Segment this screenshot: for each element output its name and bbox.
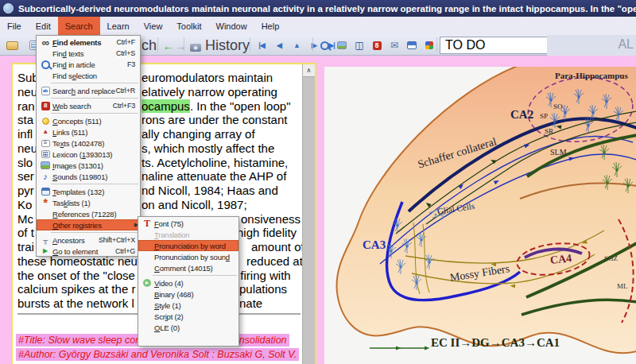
menubar-learn[interactable]: Learn	[100, 17, 137, 35]
menu-item-texts[interactable]: ≡Texts (1402478)	[37, 137, 140, 149]
label-sr: SR	[545, 127, 553, 135]
menubar-view[interactable]: View	[137, 17, 170, 35]
label-ca4: CA4	[549, 252, 572, 267]
article-line: calcium spikes at the rpulations	[17, 282, 135, 296]
mail-button[interactable]: ✉	[386, 37, 403, 54]
menu-item-lexicon[interactable]: ⊞Lexicon (1393013)	[37, 149, 140, 160]
menu-item-other-registries[interactable]: Other registries▶	[37, 219, 140, 230]
menubar-search[interactable]: Search	[58, 17, 100, 35]
dictionary-button[interactable]: ◫	[351, 37, 368, 54]
label-para-hippocampus: Para-Hippocampus	[555, 71, 628, 80]
submenu-item-font[interactable]: TFont (75)	[138, 218, 238, 229]
submenu-item-binary[interactable]: Binary (468)	[138, 288, 238, 300]
label-ca3: CA3	[363, 238, 386, 252]
open-folder-icon	[6, 41, 18, 50]
article-line: inflally changing array of	[17, 127, 33, 141]
menu-item-links[interactable]: ▲Links (511)	[37, 126, 140, 137]
brain-outline	[337, 67, 636, 353]
article-line: Koon and Nicoll, 1987;	[17, 198, 32, 212]
history-button[interactable]: ◉ History	[185, 35, 254, 56]
font-icon: T	[143, 219, 152, 228]
app-icon	[3, 3, 14, 14]
go-to-element-icon: ▶	[41, 247, 50, 256]
article-line: Mconsiveness	[17, 212, 33, 227]
image-export-button[interactable]	[333, 37, 351, 54]
menu-item-concepts[interactable]: Concepts (511)	[37, 115, 140, 126]
lexicon-icon: ⊞	[41, 150, 50, 158]
menu-item-references[interactable]: References (71228)	[37, 208, 140, 219]
search-button-fragment[interactable]: ch	[142, 37, 157, 54]
menu-item-templates[interactable]: Templates (132)	[37, 186, 140, 197]
menu-item-tasklists[interactable]: *Tasklists (1)	[37, 197, 140, 208]
menu-item-go-to-element[interactable]: ▶Go to elementCtrl+G	[37, 246, 140, 257]
article-line: starons are under the constant	[17, 113, 33, 127]
ancestors-icon: ╥	[41, 236, 50, 245]
history-icon-slot: ◉	[190, 38, 201, 52]
hippocampus-diagram	[324, 67, 636, 364]
label-slm: SLM	[550, 148, 567, 157]
search-icon	[320, 41, 329, 50]
label-sp: SP	[540, 112, 548, 120]
toolbar-right-label: AL	[618, 37, 634, 52]
search-menu: ∞Find elementsCtrl+FFind textsCtrl+SFind…	[36, 35, 141, 257]
submenu-item-pronunciation-by-sound[interactable]: Pronunciation by sound	[138, 251, 238, 262]
search-button[interactable]	[316, 37, 333, 54]
image-pane[interactable]: Para-HippocampusCA2SPSOSRSLMSchaffer col…	[324, 67, 636, 364]
article-line: bursts at the network lnate	[17, 296, 134, 311]
nav-button-2[interactable]: ▲	[288, 37, 305, 54]
window-button[interactable]	[403, 37, 421, 54]
menu-item-find-in-article[interactable]: Find in articleF3	[37, 59, 140, 70]
todo-input[interactable]	[440, 37, 549, 54]
web-search-icon: 8	[373, 41, 382, 50]
submenu-item-ole[interactable]: OLE (0)	[138, 322, 238, 333]
nav-button-1[interactable]: ◀	[270, 37, 288, 54]
menu-item-search-and-replace[interactable]: abSearch and replaceCtrl+R	[37, 85, 140, 96]
menu-item-find-selection[interactable]: Find selection	[37, 70, 140, 81]
menu-item-find-elements[interactable]: ∞Find elementsCtrl+F	[37, 37, 140, 48]
menu-item-images[interactable]: Images (31301)	[37, 160, 140, 171]
label-sgz: SGZ	[604, 254, 618, 262]
menubar-toolkit[interactable]: Toolkit	[169, 17, 208, 35]
images-icon	[41, 161, 50, 169]
templates-icon	[41, 188, 50, 196]
web-search-icon: 8	[41, 102, 50, 110]
submenu-item-style[interactable]: Style (1)	[138, 300, 238, 311]
windows-icon	[425, 41, 433, 49]
mail-icon: ✉	[390, 41, 399, 50]
article-scrollbar[interactable]: ∧	[302, 64, 315, 364]
menu-item-sounds[interactable]: ♪Sounds (119801)	[37, 171, 140, 182]
texts-icon: ≡	[41, 140, 50, 147]
menubar-help[interactable]: Help	[254, 17, 287, 35]
supermemo-window: Subcortically-derived neuromodulators ma…	[0, 0, 636, 364]
menubar-file[interactable]: File	[0, 17, 29, 35]
article-line: sernaline attenuate the AHP of	[17, 169, 34, 184]
article-line: of thigh fidelity	[17, 226, 34, 240]
video-icon: ▸	[143, 279, 151, 287]
menu-item-web-search[interactable]: 8Web searchCtrl+F3	[37, 100, 140, 111]
submenu-item-script[interactable]: Script (2)	[138, 311, 238, 322]
scroll-up-button[interactable]: ∧	[303, 64, 315, 77]
web-search-button[interactable]: 8	[368, 37, 386, 54]
open-collection-button[interactable]	[3, 37, 21, 54]
title-bar: Subcortically-derived neuromodulators ma…	[0, 0, 636, 17]
article-line: slots. Acetylcholine, histamine,	[17, 156, 33, 170]
camera-icon: ◉	[190, 44, 201, 52]
label-so: SO	[553, 103, 563, 110]
submenu-item-pronunciation-by-word[interactable]: Pronunciation by word	[138, 240, 238, 251]
image-export-icon	[337, 41, 347, 49]
binoculars-icon: ∞	[41, 38, 50, 47]
scroll-up-icon: ∧	[307, 67, 312, 74]
nav-button-0[interactable]: |◀	[253, 37, 270, 54]
windows-button[interactable]	[421, 37, 438, 54]
menubar-window[interactable]: Window	[209, 17, 254, 35]
menubar-edit[interactable]: Edit	[29, 17, 58, 35]
submenu-item-comment[interactable]: Comment (14015)	[138, 262, 238, 273]
label-ml: ML	[617, 282, 628, 290]
menu-item-find-texts[interactable]: Find textsCtrl+S	[37, 48, 140, 59]
submenu-item-video[interactable]: ▸Video (4)	[138, 277, 238, 288]
window-icon	[407, 41, 417, 49]
article-line: neuelatively narrow operating	[17, 85, 37, 99]
menu-item-ancestors[interactable]: ╥AncestorsShift+Ctrl+X	[37, 234, 140, 246]
label-ca2: CA2	[510, 108, 533, 122]
window-title: Subcortically-derived neuromodulators ma…	[18, 4, 636, 14]
